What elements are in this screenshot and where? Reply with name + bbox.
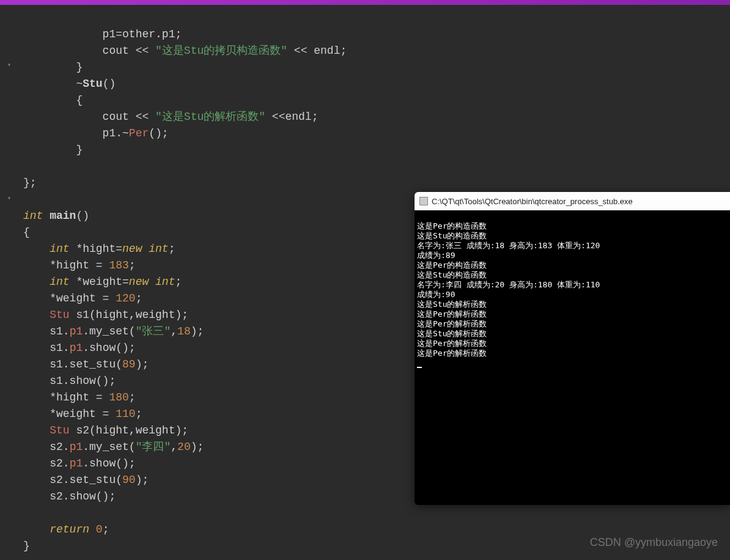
code-line: p1.~Per(); — [23, 127, 169, 139]
console-line: 名字为:张三 成绩为:18 身高为:183 体重为:120 — [417, 241, 600, 250]
console-icon — [419, 197, 428, 205]
code-line: s1.set_stu(89); — [23, 358, 149, 370]
code-line: s2.p1.my_set("李四",20); — [23, 441, 204, 453]
code-line: s2.set_stu(90); — [23, 474, 149, 486]
code-line: s2.show(); — [23, 490, 116, 503]
console-title-text: C:\QT\qt\Tools\QtCreator\bin\qtcreator_p… — [432, 197, 633, 206]
code-line: s2.p1.show(); — [23, 457, 136, 470]
code-line: }; — [23, 177, 37, 189]
console-line: 成绩为:90 — [417, 290, 455, 299]
code-line: Stu s1(hight,weight); — [23, 309, 188, 321]
code-line: *hight = 183; — [23, 259, 136, 271]
code-line: int main() — [23, 210, 89, 222]
console-output: 这是Per的构造函数 这是Stu的构造函数 名字为:张三 成绩为:18 身高为:… — [415, 210, 730, 379]
code-line: cout << "这是Stu的拷贝构造函数" << endl; — [23, 45, 347, 57]
code-line: int *weight=new int; — [23, 276, 182, 288]
window-titlebar — [0, 0, 730, 5]
code-line: s1.show(); — [23, 375, 116, 387]
code-line: } — [23, 61, 83, 73]
code-line: *hight = 180; — [23, 391, 136, 403]
console-cursor — [417, 367, 422, 368]
console-line: 这是Stu的解析函数 — [417, 300, 487, 309]
fold-icon[interactable]: ▾ — [7, 194, 11, 202]
console-line: 这是Per的构造函数 — [417, 221, 487, 230]
code-line: { — [23, 226, 30, 238]
code-line: } — [23, 144, 83, 156]
editor-gutter: ▾ ▾ — [0, 5, 18, 560]
fold-icon[interactable]: ▾ — [7, 61, 11, 68]
console-line: 这是Per的解析函数 — [417, 319, 487, 328]
console-window[interactable]: C:\QT\qt\Tools\QtCreator\bin\qtcreator_p… — [415, 192, 730, 505]
console-line: 这是Per的解析函数 — [417, 339, 487, 348]
code-line: } — [23, 540, 30, 552]
code-line: cout << "这是Stu的解析函数" <<endl; — [23, 111, 318, 123]
console-line: 这是Stu的构造函数 — [417, 270, 487, 279]
console-line: 这是Stu的解析函数 — [417, 329, 487, 338]
code-line: s1.p1.show(); — [23, 342, 136, 354]
code-content[interactable]: p1=other.p1; cout << "这是Stu的拷贝构造函数" << e… — [23, 10, 347, 560]
code-line: s1.p1.my_set("张三",18); — [23, 325, 204, 337]
code-line: *weight = 110; — [23, 408, 142, 420]
code-line: { — [23, 94, 83, 106]
console-line: 名字为:李四 成绩为:20 身高为:180 体重为:110 — [417, 280, 600, 289]
console-line: 这是Stu的构造函数 — [417, 231, 487, 240]
console-line: 这是Per的构造函数 — [417, 260, 487, 270]
console-line: 这是Per的解析函数 — [417, 348, 487, 358]
console-line: 成绩为:89 — [417, 251, 455, 260]
code-line: return 0; — [23, 523, 109, 536]
code-line: Stu s2(hight,weight); — [23, 424, 188, 437]
code-line: p1=other.p1; — [23, 28, 182, 40]
console-titlebar[interactable]: C:\QT\qt\Tools\QtCreator\bin\qtcreator_p… — [415, 192, 730, 210]
code-line: *weight = 120; — [23, 292, 142, 304]
code-line: ~Stu() — [23, 78, 116, 90]
code-line: int *hight=new int; — [23, 243, 175, 255]
watermark-text: CSDN @yymbuxiangaoye — [590, 536, 718, 549]
console-line: 这是Per的解析函数 — [417, 309, 487, 319]
